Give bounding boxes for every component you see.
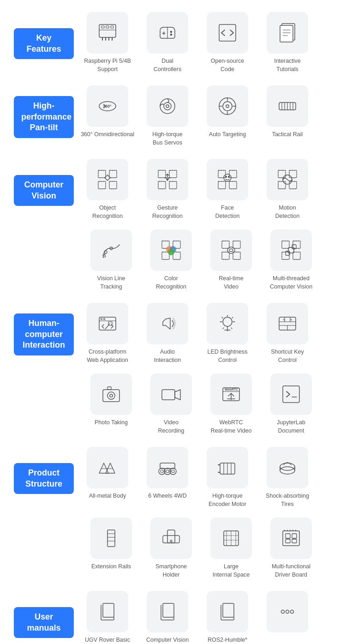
rail-icon (275, 94, 299, 118)
svg-rect-69 (222, 252, 229, 259)
icon-label-realtime-video: Real-time Video (219, 275, 244, 291)
tutorials-icon (275, 21, 299, 45)
svg-point-118 (161, 470, 163, 473)
icon-label-object-recognition: Object Recognition (92, 204, 123, 220)
icon-item-audio-interaction: Audio Interaction (137, 300, 197, 369)
icon-label-dual-controllers: Dual Controllers (154, 57, 181, 73)
dual-controllers-icon (155, 21, 179, 45)
more-dots-icon (275, 600, 299, 624)
icon-item-driver-board: Multi-functional Driver Board (261, 515, 321, 584)
icon-box-vision-line (90, 229, 132, 271)
section-row: Photo Taking Video Recording WebRTC WebR… (14, 371, 332, 439)
page: Key Features Raspberry Pi 5/4B Support D… (0, 0, 346, 644)
section-label-computer-vision: Computer Vision (14, 175, 74, 206)
svg-point-160 (291, 610, 294, 614)
section-pan-tilt: High-performance Pan-tilt 360° 360° Omni… (14, 83, 332, 151)
svg-line-92 (232, 317, 233, 318)
section-row: Human-computer Interaction Cross-platfor… (14, 300, 332, 369)
svg-rect-136 (167, 530, 175, 543)
icon-box-extension-rails (90, 518, 132, 559)
icon-item-video-recording: Video Recording (141, 371, 201, 439)
icon-label-gesture-recognition: Gesture Recognition (152, 204, 183, 220)
tires-icon (275, 456, 299, 480)
svg-point-85 (104, 319, 105, 320)
icon-item-ros2-tutorial: ROS2-Humble* Development Tutorial (197, 588, 257, 644)
icon-label-interactive-tutorials: Interactive Tutorials (274, 57, 301, 73)
icon-label-cv-tutorial: Computer Vision Tutorial (146, 636, 189, 644)
rails-icon (99, 526, 123, 550)
icon-item-led-brightness: LED Brightness Control (197, 300, 257, 369)
icon-box-photo-taking (90, 373, 132, 415)
icon-item-internal-space: Large Internal Space (201, 515, 261, 584)
icon-label-encoder-motor: High-torque Encoder Motor (209, 492, 246, 508)
object-icon (95, 168, 119, 192)
icon-label-raspberry-pi: Raspberry Pi 5/4B Support (84, 57, 131, 73)
svg-rect-147 (292, 534, 297, 538)
svg-rect-76 (293, 252, 300, 259)
icon-box-high-torque-servos (147, 85, 188, 127)
icon-box-motion-detection (267, 159, 308, 200)
svg-point-13 (171, 34, 172, 36)
icon-item-open-source: Open-source Code (197, 9, 257, 78)
icon-item-high-torque-servos: High-torque Bus Servos (137, 83, 197, 151)
svg-point-26 (223, 102, 232, 111)
svg-rect-67 (222, 241, 229, 248)
icon-box-jupyterlab (270, 373, 312, 415)
icon-box-interactive-tutorials (267, 12, 308, 54)
wheels-icon (155, 456, 179, 480)
icon-item-tactical-rail: Tactical Rail (257, 83, 317, 151)
metal-icon (95, 456, 119, 480)
svg-text:WebRTC: WebRTC (225, 388, 238, 391)
audio-icon (155, 312, 179, 336)
icon-item-color-recognition: Color Recognition (141, 227, 201, 295)
icon-label-photo-taking: Photo Taking (95, 419, 128, 427)
icon-item-multithreaded: Multi-threaded Computer Vision (261, 227, 321, 295)
svg-point-84 (101, 319, 102, 320)
icon-label-multithreaded: Multi-threaded Computer Vision (270, 275, 312, 291)
gesture-icon (155, 168, 179, 192)
icon-label-shock-absorbing: Shock-absorbing Tires (266, 492, 309, 508)
section-row: Product Structure All-metal Body 6 Wheel… (14, 444, 332, 513)
icon-box-multithreaded (270, 229, 312, 271)
icon-box-all-metal (87, 447, 128, 488)
icon-item-extension-rails: Extension Rails (81, 515, 141, 584)
icons-grid: Raspberry Pi 5/4B Support Dual Controlle… (74, 9, 332, 78)
targeting-icon (215, 94, 239, 118)
icons-grid: Cross-platform Web Application Audio Int… (74, 300, 332, 369)
webrtc-icon: WebRTC (219, 382, 243, 406)
section-label-user-manuals: User manuals (14, 607, 74, 638)
svg-point-22 (160, 99, 175, 114)
svg-line-96 (223, 328, 224, 329)
svg-rect-156 (163, 603, 174, 617)
svg-rect-41 (109, 181, 117, 189)
svg-rect-38 (98, 170, 106, 178)
icon-box-face-detection (207, 159, 248, 200)
svg-rect-39 (109, 170, 117, 178)
icon-label-all-metal: All-metal Body (89, 492, 126, 500)
encoder-icon (215, 456, 239, 480)
svg-rect-42 (158, 170, 166, 178)
svg-rect-107 (107, 387, 111, 390)
svg-point-24 (166, 105, 169, 108)
svg-line-86 (105, 324, 110, 329)
icon-item-cv-tutorial: Computer Vision Tutorial (137, 588, 197, 644)
section-label-hci: Human-computer Interaction (14, 313, 74, 355)
section-computer-vision: Computer Vision Object Recognition Gestu… (14, 156, 332, 295)
section-row: Key Features Raspberry Pi 5/4B Support D… (14, 9, 332, 78)
icon-label-cross-platform: Cross-platform Web Application (87, 348, 128, 364)
svg-rect-73 (282, 241, 289, 248)
svg-point-27 (226, 105, 229, 108)
svg-rect-68 (233, 241, 240, 248)
svg-point-122 (172, 470, 174, 473)
icon-box-tactical-rail (267, 85, 308, 127)
svg-rect-148 (286, 539, 290, 543)
icon-label-omnidirectional: 360° Omnidirectional (81, 131, 134, 139)
svg-rect-104 (103, 390, 119, 402)
doc-icon (215, 600, 239, 624)
svg-point-159 (286, 610, 289, 614)
icons-grid: Extension Rails Smartphone Holder Large … (78, 515, 332, 584)
svg-point-158 (281, 610, 285, 614)
svg-rect-40 (98, 181, 106, 189)
icon-box-audio-interaction (147, 303, 188, 344)
icon-box-shock-absorbing (267, 447, 308, 488)
